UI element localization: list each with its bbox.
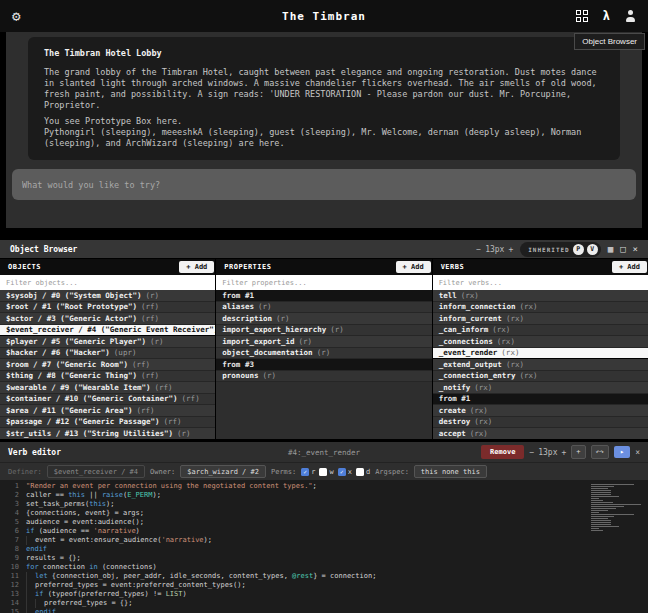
object-row[interactable]: $passage / #12 ("Generic Passage")(rf): [0, 417, 215, 429]
argspec-value[interactable]: this none this: [414, 465, 487, 478]
verbs-filter-input[interactable]: [433, 275, 648, 290]
code-line: 7event = event:ensure_audience('narrativ…: [0, 536, 648, 545]
remove-verb-button[interactable]: Remove: [481, 445, 524, 459]
close-icon[interactable]: ×: [633, 245, 638, 254]
checkbox-checked-icon[interactable]: ✓: [301, 468, 309, 476]
object-row[interactable]: $thing / #8 ("Generic Thing")(rf): [0, 371, 215, 383]
perm-x-checkbox[interactable]: ✓x: [338, 468, 352, 476]
definer-label: Definer:: [8, 468, 42, 476]
verb-row[interactable]: create(rx): [433, 405, 648, 417]
property-row[interactable]: pronouns(r): [216, 371, 431, 383]
add-object-button[interactable]: + Add: [179, 261, 214, 273]
properties-header-label: PROPERTIES: [224, 263, 271, 271]
verb-row[interactable]: destroy(rx): [433, 417, 648, 429]
argspec-label: Argspec:: [375, 468, 409, 476]
property-row[interactable]: import_export_hierarchy(r): [216, 325, 431, 337]
perm-d-checkbox[interactable]: d: [356, 468, 370, 476]
room-occupants: Pythongirl (sleeping), meeeshkA (sleepin…: [44, 127, 604, 149]
add-verb-button[interactable]: + Add: [612, 261, 647, 273]
perm-r-checkbox[interactable]: ✓r: [301, 468, 315, 476]
code-line: 15endif: [0, 608, 648, 613]
command-input[interactable]: [12, 169, 636, 200]
properties-column-header: PROPERTIES + Add: [216, 259, 431, 275]
checkbox-checked-icon[interactable]: ✓: [338, 468, 346, 476]
verb-row[interactable]: _connection_entry(rx): [433, 371, 648, 383]
topbar: ⚙ The Timbran λ: [0, 0, 648, 32]
object-row[interactable]: $player / #5 ("Generic Player")(r): [0, 336, 215, 348]
room-contents: You see Prototype Box here.: [44, 116, 604, 127]
editor-font-decrease-button[interactable]: −: [529, 448, 534, 457]
verb-meta-row: Definer: $event_receiver / #4 Owner: $ar…: [0, 462, 648, 480]
property-row[interactable]: object_documentation(r): [216, 348, 431, 360]
redo-icon: ↷: [600, 448, 604, 456]
font-size-value: 13px: [485, 245, 504, 254]
code-line: 11let {connection_obj, peer_addr, idle_s…: [0, 572, 648, 581]
objects-column-header: OBJECTS + Add: [0, 259, 215, 275]
compile-run-button[interactable]: ▸: [614, 446, 630, 458]
code-line: 9results = {};: [0, 554, 648, 563]
perm-flag-label: r: [311, 468, 315, 476]
verb-editor-close-icon[interactable]: ×: [635, 448, 640, 457]
panel-layout-icon[interactable]: ▦: [608, 245, 613, 254]
properties-toggle-button[interactable]: P: [573, 244, 584, 255]
editor-font-increase-button[interactable]: +: [561, 448, 566, 457]
checkbox-unchecked-icon[interactable]: [356, 468, 364, 476]
settings-gear-icon[interactable]: ⚙: [12, 9, 20, 23]
user-icon[interactable]: [625, 10, 636, 22]
owner-value[interactable]: $arch_wizard / #2: [180, 465, 266, 478]
definer-value: $event_receiver / #4: [47, 465, 145, 478]
verbs-list: tell(rx)inform_connection(rx)inform_curr…: [433, 290, 648, 439]
verb-row[interactable]: inform_connection(rx): [433, 302, 648, 314]
perm-flag-label: x: [348, 468, 352, 476]
lambda-icon[interactable]: λ: [603, 9, 610, 23]
new-verb-button[interactable]: +: [571, 445, 585, 459]
verb-editor-header: Verb editor #4:_event_render Remove − 13…: [0, 442, 648, 462]
object-row[interactable]: $actor / #3 ("Generic Actor")(rf): [0, 313, 215, 325]
verb-row[interactable]: inform_current(rx): [433, 313, 648, 325]
verb-row[interactable]: _extend_output(rx): [433, 359, 648, 371]
verbs-toggle-button[interactable]: V: [587, 244, 598, 255]
add-property-button[interactable]: + Add: [396, 261, 431, 273]
object-row[interactable]: $sysobj / #0 ("System Object")(r): [0, 290, 215, 302]
verbs-header-label: VERBS: [441, 263, 465, 271]
checkbox-unchecked-icon[interactable]: [319, 468, 327, 476]
object-browser-grid-icon[interactable]: [576, 10, 588, 22]
verb-row[interactable]: _notify(rx): [433, 382, 648, 394]
verb-row[interactable]: _can_inform(rx): [433, 325, 648, 337]
property-row[interactable]: description(r): [216, 313, 431, 325]
room-description: The grand lobby of the Timbran Hotel, ca…: [44, 67, 604, 111]
code-editor[interactable]: 1"Render an event per connection using t…: [0, 480, 648, 613]
object-row[interactable]: $event_receiver / #4 ("Generic Event Rec…: [0, 325, 215, 337]
font-increase-button[interactable]: +: [508, 245, 513, 254]
property-group-row: from #1: [216, 290, 431, 302]
verb-row[interactable]: tell(rx): [433, 290, 648, 302]
perms-checkboxes: ✓rw✓xd: [301, 468, 370, 476]
verb-row[interactable]: _event_render(rx): [433, 348, 648, 360]
object-row[interactable]: $area / #11 ("Generic Area")(rf): [0, 405, 215, 417]
code-line: 1"Render an event per connection using t…: [0, 482, 648, 491]
perms-label: Perms:: [271, 468, 296, 476]
code-line: 3set_task_perms(this);: [0, 500, 648, 509]
object-row[interactable]: $wearable / #9 ("Wearable Item")(rf): [0, 382, 215, 394]
object-row[interactable]: $container / #10 ("Generic Container")(r…: [0, 394, 215, 406]
maximize-icon[interactable]: □: [620, 245, 625, 254]
room-card: The Timbran Hotel Lobby The grand lobby …: [28, 37, 620, 160]
object-row[interactable]: $str_utils / #13 ("String Utilities")(r): [0, 428, 215, 439]
objects-filter-input[interactable]: [0, 275, 215, 290]
code-line: 12preferred_types = event:preferred_cont…: [0, 581, 648, 590]
object-row[interactable]: $hacker / #6 ("Hacker")(upr): [0, 348, 215, 360]
history-button[interactable]: ↶↷: [591, 445, 609, 459]
verbs-column-header: VERBS + Add: [433, 259, 648, 275]
code-minimap[interactable]: [591, 484, 643, 532]
object-browser-header: Object Browser − 13px + INHERITED P V ▦ …: [0, 240, 648, 258]
object-row[interactable]: $room / #7 ("Generic Room")(rf): [0, 359, 215, 371]
perm-w-checkbox[interactable]: w: [319, 468, 333, 476]
properties-filter-input[interactable]: [216, 275, 431, 290]
font-decrease-button[interactable]: −: [476, 245, 481, 254]
property-row[interactable]: import_export_id(r): [216, 336, 431, 348]
property-row[interactable]: aliases(r): [216, 302, 431, 314]
object-row[interactable]: $root / #1 ("Root Prototype")(rf): [0, 302, 215, 314]
verb-row[interactable]: accept(rx): [433, 428, 648, 439]
verb-row[interactable]: _connections(rx): [433, 336, 648, 348]
perm-flag-label: d: [366, 468, 370, 476]
